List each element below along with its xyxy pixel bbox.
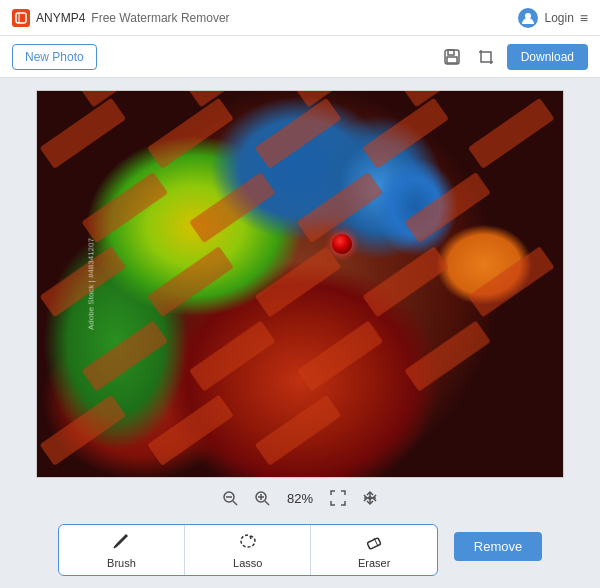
lasso-tool-label: Lasso bbox=[233, 557, 262, 569]
main-area: Adobe Stock | #48341207 82% bbox=[0, 78, 600, 588]
app-header: ANYMP4 Free Watermark Remover Login ≡ bbox=[0, 0, 600, 36]
user-avatar-icon bbox=[518, 8, 538, 28]
header-left: ANYMP4 Free Watermark Remover bbox=[12, 9, 230, 27]
menu-icon[interactable]: ≡ bbox=[580, 10, 588, 26]
new-photo-button[interactable]: New Photo bbox=[12, 44, 97, 70]
zoom-in-button[interactable] bbox=[250, 486, 274, 510]
svg-line-35 bbox=[265, 501, 269, 505]
eraser-tool[interactable]: Eraser bbox=[311, 525, 436, 575]
svg-rect-5 bbox=[447, 57, 457, 63]
tools-row: Brush Lasso Eraser bbox=[36, 516, 564, 576]
image-canvas[interactable]: Adobe Stock | #48341207 bbox=[36, 90, 564, 478]
brush-icon bbox=[111, 531, 131, 554]
parrot-eye bbox=[332, 234, 352, 254]
pan-button[interactable] bbox=[358, 486, 382, 510]
svg-point-38 bbox=[368, 496, 372, 500]
adobe-stock-watermark-text: Adobe Stock | #48341207 bbox=[86, 238, 95, 330]
eraser-tool-label: Eraser bbox=[358, 557, 390, 569]
svg-line-32 bbox=[233, 501, 237, 505]
zoom-percentage: 82% bbox=[282, 491, 318, 506]
brush-tool[interactable]: Brush bbox=[59, 525, 185, 575]
login-button[interactable]: Login bbox=[544, 11, 573, 25]
app-logo-icon bbox=[12, 9, 30, 27]
download-button[interactable]: Download bbox=[507, 44, 588, 70]
toolbar-right-actions: Download bbox=[439, 44, 588, 70]
fit-screen-button[interactable] bbox=[326, 486, 350, 510]
crop-icon-button[interactable] bbox=[473, 44, 499, 70]
zoom-controls: 82% bbox=[218, 486, 382, 510]
brush-tool-label: Brush bbox=[107, 557, 136, 569]
svg-line-39 bbox=[124, 537, 125, 538]
zoom-out-button[interactable] bbox=[218, 486, 242, 510]
remove-button[interactable]: Remove bbox=[454, 532, 542, 561]
lasso-icon bbox=[238, 531, 258, 554]
save-icon-button[interactable] bbox=[439, 44, 465, 70]
main-toolbar: New Photo Download bbox=[0, 36, 600, 78]
header-right: Login ≡ bbox=[518, 8, 588, 28]
svg-rect-4 bbox=[448, 50, 454, 55]
svg-rect-0 bbox=[16, 13, 26, 23]
tools-panel: Brush Lasso Eraser bbox=[58, 524, 438, 576]
svg-rect-40 bbox=[367, 538, 381, 549]
parrot-image bbox=[37, 91, 563, 477]
app-title: ANYMP4 bbox=[36, 11, 85, 25]
eraser-icon bbox=[364, 531, 384, 554]
app-subtitle: Free Watermark Remover bbox=[91, 11, 229, 25]
login-label: Login bbox=[544, 11, 573, 25]
lasso-tool[interactable]: Lasso bbox=[185, 525, 311, 575]
